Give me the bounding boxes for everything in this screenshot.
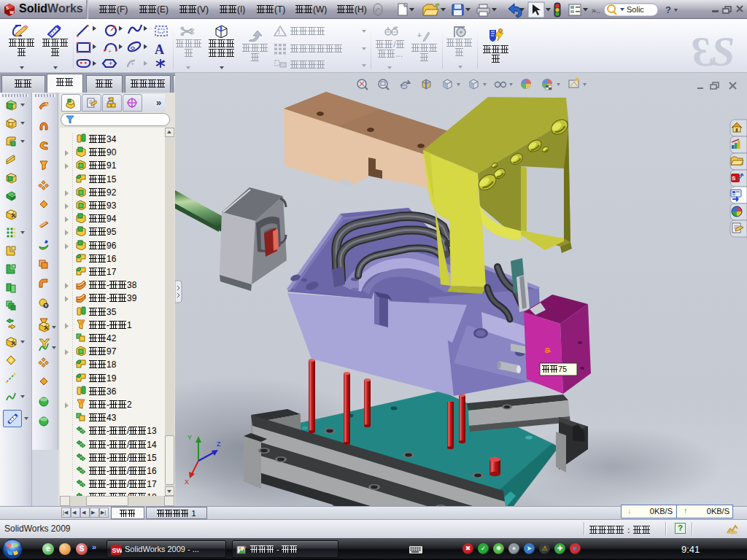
- svg-text:Y: Y: [187, 434, 192, 441]
- svg-text:Z: Z: [217, 440, 221, 448]
- svg-text:3: 3: [692, 28, 713, 71]
- svg-text:S: S: [732, 175, 736, 182]
- svg-text:+: +: [417, 31, 422, 39]
- svg-text:?: ?: [665, 4, 671, 15]
- svg-text:+: +: [109, 60, 112, 67]
- svg-text:S: S: [6, 6, 9, 10]
- svg-text:A: A: [155, 42, 164, 57]
- svg-text:Solic: Solic: [627, 5, 644, 14]
- svg-text:!: !: [278, 28, 280, 36]
- svg-text:S: S: [711, 28, 735, 71]
- svg-text:X: X: [185, 478, 189, 486]
- svg-text:W: W: [10, 10, 15, 15]
- svg-text:SW: SW: [112, 547, 123, 554]
- svg-text:»..: »..: [592, 6, 600, 15]
- svg-text:+: +: [108, 48, 112, 55]
- svg-text:+: +: [131, 61, 134, 68]
